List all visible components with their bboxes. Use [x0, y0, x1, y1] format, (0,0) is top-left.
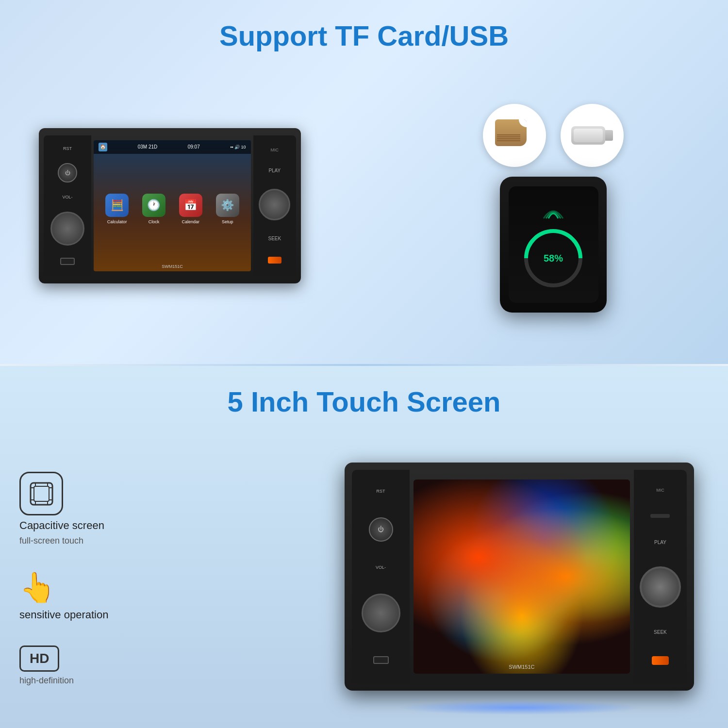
right-knob-top[interactable] — [259, 189, 290, 220]
usb-port-right-bottom — [652, 656, 669, 665]
hd-icon: HD — [19, 645, 59, 672]
features-list: Capacitive screen full-screen touch 👆 se… — [19, 472, 184, 686]
screen-display-top: 🏠 03M 21D 09:07 ▪▪ 🔊 10 🧮 Calculator — [94, 140, 250, 271]
stereo-unit-bottom: RST ⏻ VOL- SWM151C MIC — [330, 443, 709, 715]
left-panel-bottom: RST ⏻ VOL- — [352, 470, 410, 683]
clock-icon: 🕐 — [142, 194, 165, 217]
svg-rect-1 — [34, 486, 49, 501]
screen-icons: ▪▪ 🔊 10 — [230, 145, 246, 149]
stereo-body-top: RST ⏻ VOL- 🏠 03M 21D 09:07 — [39, 128, 301, 283]
stereo-body-bottom: RST ⏻ VOL- SWM151C MIC — [345, 463, 694, 691]
card-slot-bottom — [650, 514, 670, 518]
right-knob-bottom[interactable] — [640, 566, 681, 608]
hd-subtext: high-definition — [19, 676, 74, 686]
usb-drive-circle — [561, 104, 624, 167]
power-knob-top[interactable]: ⏻ — [58, 163, 77, 182]
clock-label: Clock — [149, 219, 160, 224]
touch-hand-icon: 👆 — [19, 570, 56, 605]
setup-label: Setup — [222, 219, 233, 224]
play-label-bottom: PLAY — [654, 540, 666, 545]
seek-label-bottom: SEEK — [654, 629, 667, 635]
vol-label-top: VOL- — [63, 195, 73, 199]
bottom-content: Capacitive screen full-screen touch 👆 se… — [0, 428, 728, 728]
rst-label-bottom: RST — [377, 489, 385, 494]
capacitive-text: Capacitive screen — [19, 519, 104, 532]
calendar-icon: 📅 — [179, 194, 202, 217]
phone-body: 58% — [500, 177, 607, 313]
top-content: RST ⏻ VOL- 🏠 03M 21D 09:07 — [0, 66, 728, 364]
usb-port-left-top — [60, 258, 75, 265]
phone-container: 58% — [485, 177, 621, 322]
calculator-label: Calculator — [107, 219, 127, 224]
capacitive-screen-icon — [19, 472, 63, 515]
charging-arc — [512, 217, 595, 299]
bottom-section: 5 Inch Touch Screen — [0, 366, 728, 728]
right-panel-top: MIC PLAY SEEK — [253, 135, 296, 276]
cards-row — [483, 104, 624, 167]
mic-label-top: MIC — [271, 148, 279, 152]
screen-model-bottom: SWM151C — [509, 664, 534, 674]
tf-card-circle — [483, 104, 546, 167]
mic-label-bottom: MIC — [656, 488, 664, 493]
right-side-top: 58% — [408, 94, 699, 337]
tf-card-icon — [495, 119, 534, 151]
power-knob-bottom[interactable]: ⏻ — [369, 517, 393, 542]
volume-knob-top[interactable] — [50, 212, 84, 246]
volume-knob-bottom[interactable] — [362, 594, 400, 632]
screen-time: 09:07 — [188, 144, 200, 149]
bottom-glow — [398, 700, 641, 715]
feature-sensitive: 👆 sensitive operation — [19, 570, 184, 621]
app-calculator[interactable]: 🧮 Calculator — [105, 194, 129, 224]
stereo-unit-top: RST ⏻ VOL- 🏠 03M 21D 09:07 — [29, 104, 311, 327]
top-section: Support TF Card/USB RST ⏻ VOL- — [0, 0, 728, 364]
usb-port-left-bottom — [373, 656, 389, 664]
top-title: Support TF Card/USB — [219, 19, 509, 52]
screen-area-top[interactable]: 🏠 03M 21D 09:07 ▪▪ 🔊 10 🧮 Calculator — [94, 140, 250, 271]
colorful-display: SWM151C — [414, 480, 630, 674]
calendar-label: Calendar — [182, 219, 200, 224]
calculator-icon: 🧮 — [105, 194, 129, 217]
app-calendar[interactable]: 📅 Calendar — [179, 194, 202, 224]
vol-label-bottom: VOL- — [376, 565, 386, 570]
charging-circle: 58% — [524, 229, 582, 287]
left-panel-top: RST ⏻ VOL- — [44, 135, 91, 276]
play-label-top: PLAY — [268, 168, 281, 173]
sensitive-text: sensitive operation — [19, 609, 108, 621]
usb-port-right-top — [268, 257, 281, 264]
bottom-title: 5 Inch Touch Screen — [228, 385, 501, 418]
screen-icons-grid: 🧮 Calculator 🕐 Clock 📅 Calendar — [94, 154, 250, 264]
seek-label-top: SEEK — [268, 236, 281, 241]
right-panel-bottom: MIC PLAY SEEK — [634, 470, 687, 683]
setup-icon: ⚙️ — [216, 194, 239, 217]
screen-area-bottom[interactable]: SWM151C — [414, 480, 630, 674]
app-setup[interactable]: ⚙️ Setup — [216, 194, 239, 224]
home-icon[interactable]: 🏠 — [99, 143, 107, 151]
phone-screen: 58% — [509, 186, 598, 303]
charging-display: 58% — [524, 201, 582, 287]
wireless-waves-icon — [541, 201, 565, 224]
feature-hd: HD high-definition — [19, 645, 184, 686]
feature-capacitive: Capacitive screen full-screen touch — [19, 472, 184, 546]
capacitive-subtext: full-screen touch — [19, 536, 83, 546]
screen-date: 03M 21D — [138, 144, 158, 149]
screen-model-top: SWM151C — [94, 264, 250, 271]
app-clock[interactable]: 🕐 Clock — [142, 194, 165, 224]
screen-top-bar: 🏠 03M 21D 09:07 ▪▪ 🔊 10 — [94, 140, 250, 154]
usb-drive-icon — [571, 126, 613, 145]
rst-label-top: RST — [63, 146, 72, 151]
